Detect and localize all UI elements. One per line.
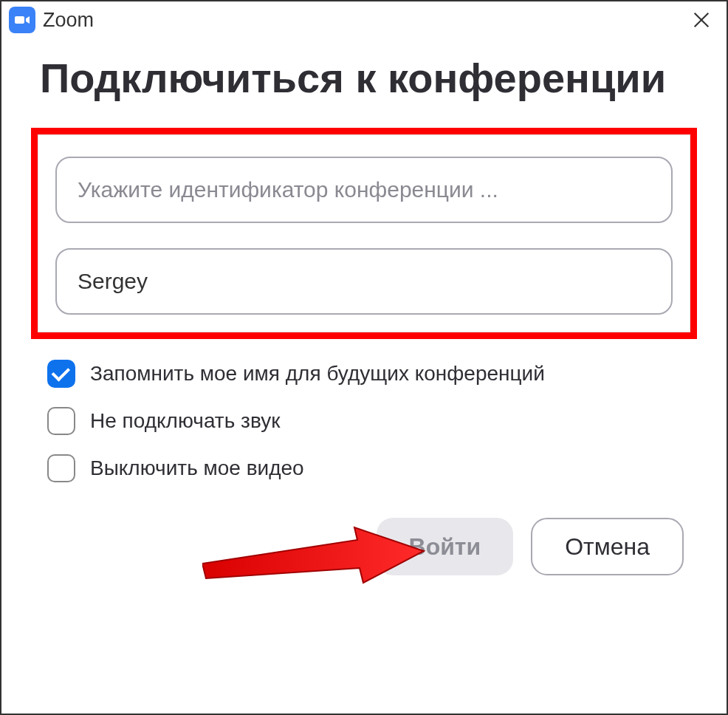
titlebar: Zoom bbox=[1, 1, 727, 38]
close-icon bbox=[691, 10, 712, 30]
option-no-audio: Не подключать звук bbox=[47, 407, 688, 435]
join-button[interactable]: Войти bbox=[377, 518, 514, 575]
no-audio-checkbox[interactable] bbox=[47, 407, 75, 435]
dialog-content: Подключиться к конференции Запомнить мое… bbox=[1, 38, 727, 575]
remember-name-label: Запомнить мое имя для будущих конференци… bbox=[90, 362, 545, 386]
button-row: Войти Отмена bbox=[40, 518, 688, 575]
no-video-label: Выключить мое видео bbox=[90, 456, 304, 480]
option-no-video: Выключить мое видео bbox=[47, 454, 688, 482]
meeting-id-input[interactable] bbox=[55, 157, 673, 223]
options-group: Запомнить мое имя для будущих конференци… bbox=[40, 360, 688, 482]
remember-name-checkbox[interactable] bbox=[47, 360, 75, 388]
close-button[interactable] bbox=[687, 5, 716, 35]
no-video-checkbox[interactable] bbox=[47, 454, 75, 482]
svg-rect-0 bbox=[15, 16, 24, 24]
zoom-app-icon bbox=[9, 7, 35, 33]
cancel-button[interactable]: Отмена bbox=[531, 518, 684, 575]
display-name-input[interactable] bbox=[55, 248, 673, 315]
input-highlight-annotation bbox=[31, 128, 697, 339]
app-title: Zoom bbox=[43, 9, 687, 32]
page-title: Подключиться к конференции bbox=[40, 53, 688, 103]
no-audio-label: Не подключать звук bbox=[90, 409, 280, 433]
option-remember-name: Запомнить мое имя для будущих конференци… bbox=[47, 360, 688, 388]
